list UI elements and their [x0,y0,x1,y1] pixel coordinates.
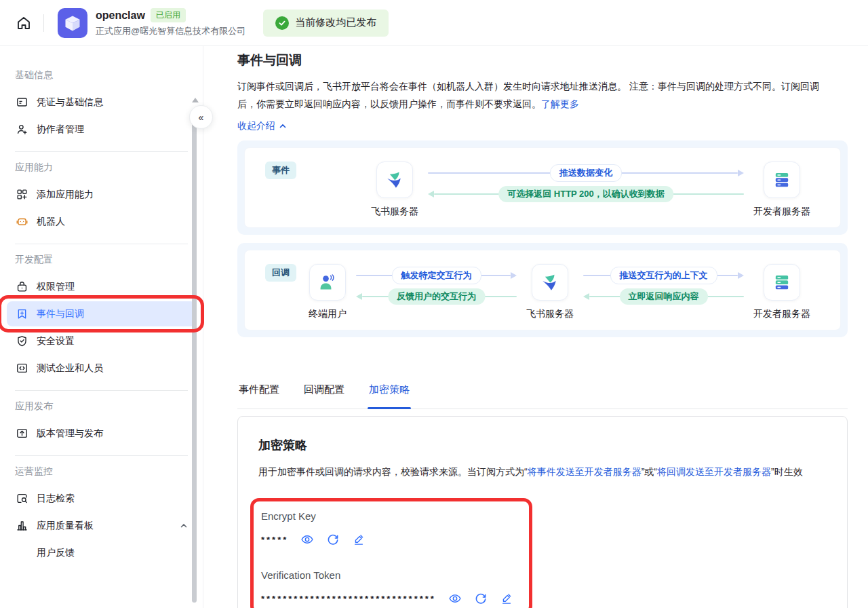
arrow-label: 推送交互行为的上下文 [610,267,717,284]
sidebar-item-label: 应用质量看板 [37,520,94,532]
scrollbar-up-arrow[interactable] [192,98,199,102]
arrow-left: 可选择返回 HTTP 200，以确认收到数据 [428,187,744,202]
sidebar-item-label: 协作者管理 [37,124,84,136]
refresh-icon[interactable] [326,533,340,546]
arrow-right: 触发特定交互行为 [356,268,517,283]
grid-add-icon [15,188,28,202]
arrow-label: 推送数据变化 [550,164,622,182]
tab-callback-config[interactable]: 回调配置 [302,378,346,408]
home-icon[interactable] [14,13,34,33]
sidebar-item-label: 测试企业和人员 [37,362,103,375]
event-to-server-link[interactable]: 将事件发送至开发者服务器 [528,466,642,477]
sidebar-item-label: 版本管理与发布 [37,428,103,440]
app-subtitle: 正式应用@曙光智算信息技术有限公司 [96,25,245,37]
node-developer-server: 开发者服务器 [753,162,810,218]
sidebar-item-label: 添加应用能力 [37,189,94,201]
node-label: 开发者服务器 [753,308,810,320]
id-card-icon [15,96,28,109]
encrypt-key-field: Encrypt Key ***** [261,510,513,546]
show-value-icon[interactable] [448,592,462,605]
sidebar-item-label: 权限管理 [37,281,75,293]
arrow-right: 推送数据变化 [428,166,744,180]
divider [15,390,188,391]
sidebar-item-quality-dashboard[interactable]: 应用质量看板 [7,513,196,538]
arrow-left: 立即返回响应内容 [583,289,744,304]
server-icon [764,264,800,301]
tab-event-config[interactable]: 事件配置 [237,378,281,408]
arrow-label: 触发特定交互行为 [392,267,481,284]
sidebar-item-collaborators[interactable]: 协作者管理 [7,117,196,142]
main-content: 事件与回调 订阅事件或回调后，飞书开放平台将会在事件（如机器人入群）发生时向请求… [203,46,868,608]
event-flow-diagram: 事件 飞书服务器 推送数据变化 可选择返回 HTTP 200，以确认收到数据 [237,140,848,235]
encrypt-key-value: ***** [261,535,288,545]
callback-to-server-link[interactable]: 将回调发送至开发者服务器 [657,466,771,477]
feishu-logo-icon [532,264,568,301]
arrow-label: 反馈用户的交互行为 [388,288,485,305]
bookmark-add-icon [15,307,28,321]
log-search-icon [15,492,28,506]
sidebar-item-bot[interactable]: 机器人 [7,209,196,234]
edit-icon[interactable] [500,592,513,605]
callback-arrows-1: 触发特定交互行为 反馈用户的交互行为 [356,268,517,304]
sidebar-item-label: 凭证与基础信息 [37,96,103,109]
sidebar-item-events-callbacks[interactable]: 事件与回调 [7,301,196,326]
sidebar-section-release: 应用发布 [15,400,188,413]
app-name: openclaw [96,10,145,22]
desc-text: ”时生效 [771,466,803,477]
sidebar-item-version-release[interactable]: 版本管理与发布 [7,421,196,446]
sidebar-item-permissions[interactable]: 权限管理 [7,274,196,299]
sidebar-item-test-company[interactable]: 测试企业和人员 [7,356,196,381]
lock-icon [15,280,28,294]
desc-text: ”或“ [642,466,657,477]
sidebar-item-label: 用户反馈 [37,547,75,559]
encryption-fields: Encrypt Key ***** Verification Token ***… [261,510,513,605]
collapse-intro-link[interactable]: 收起介绍 [237,120,287,132]
divider [43,14,44,32]
refresh-icon[interactable] [474,592,488,605]
divider [15,244,188,244]
sidebar-item-label: 安全设置 [37,335,75,347]
sidebar-item-log-search[interactable]: 日志检索 [7,486,196,511]
node-label: 开发者服务器 [753,206,810,218]
chevron-up-icon[interactable] [180,522,188,530]
sidebar-scrollbar[interactable] [192,114,197,603]
robot-icon [15,215,28,229]
server-icon [764,162,800,198]
sidebar-item-label: 机器人 [37,216,65,228]
sidebar-collapse-button[interactable]: « [189,105,213,129]
page-description: 订阅事件或回调后，飞书开放平台将会在事件（如机器人入群）发生时向请求地址推送消息… [237,77,837,113]
sidebar-item-add-capability[interactable]: 添加应用能力 [7,182,196,207]
divider [15,455,188,456]
bar-chart-icon [15,519,28,533]
chevron-up-icon [279,122,287,130]
node-feishu-server: 飞书服务器 [526,264,574,320]
sidebar-item-label: 事件与回调 [37,308,84,320]
arrow-right: 推送交互行为的上下文 [583,268,744,283]
sidebar-item-security[interactable]: 安全设置 [7,328,196,354]
app-meta: openclaw 已启用 正式应用@曙光智算信息技术有限公司 [96,8,245,37]
annotation-box-sidebar [0,295,204,332]
divider [15,151,188,152]
node-label: 飞书服务器 [526,308,574,320]
edit-icon[interactable] [352,533,366,546]
user-add-icon [15,123,28,136]
page-title: 事件与回调 [237,52,848,69]
learn-more-link[interactable]: 了解更多 [541,98,579,109]
callback-badge: 回调 [265,264,296,282]
sidebar-item-credentials[interactable]: 凭证与基础信息 [7,90,196,115]
arrow-label: 可选择返回 HTTP 200，以确认收到数据 [498,186,673,202]
encryption-description: 用于加密事件或回调的请求内容，校验请求来源。当订阅方式为“将事件发送至开发者服务… [258,463,827,480]
show-value-icon[interactable] [300,533,314,546]
node-end-user: 终端用户 [309,264,347,320]
encrypt-key-label: Encrypt Key [261,510,513,522]
event-arrows: 推送数据变化 可选择返回 HTTP 200，以确认收到数据 [428,166,744,202]
tab-encryption-strategy[interactable]: 加密策略 [368,378,411,408]
publish-icon [15,427,28,440]
arrow-left: 反馈用户的交互行为 [356,289,517,304]
verification-token-label: Verification Token [261,569,513,581]
top-bar: openclaw 已启用 正式应用@曙光智算信息技术有限公司 当前修改均已发布 [0,0,868,46]
sidebar-item-user-feedback[interactable]: 用户反馈 [7,540,196,565]
description-text: 订阅事件或回调后，飞书开放平台将会在事件（如机器人入群）发生时向请求地址推送消息… [237,81,819,109]
sidebar-section-dev-config: 开发配置 [15,254,188,266]
publish-status-text: 当前修改均已发布 [295,16,376,29]
